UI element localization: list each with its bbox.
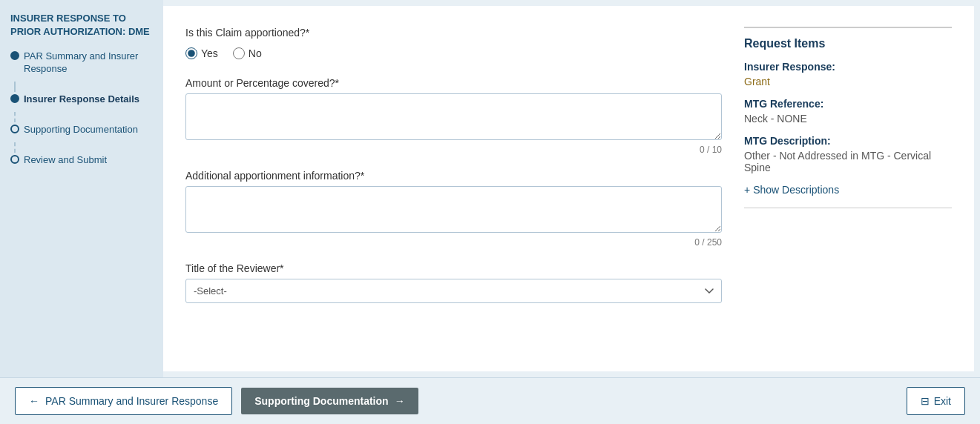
apportionment-yes-text: Yes xyxy=(201,47,218,59)
sidebar-label-insurer-response: Insurer Response Details xyxy=(24,93,139,106)
mtg-reference-label: MTG Reference: xyxy=(744,98,952,110)
apportionment-yes-label[interactable]: Yes xyxy=(185,47,218,59)
sidebar-item-review-submit[interactable]: Review and Submit xyxy=(10,154,153,167)
sidebar-connector-2 xyxy=(14,112,16,122)
next-button[interactable]: Supporting Documentation → xyxy=(241,388,418,414)
show-descriptions-plus: + xyxy=(744,184,750,196)
sidebar-label-supporting-docs: Supporting Documentation xyxy=(24,124,138,136)
form-section: Is this Claim apportioned?* Yes No Amoun… xyxy=(185,27,722,351)
exit-button[interactable]: ⊟ Exit xyxy=(907,387,965,415)
exit-button-label: Exit xyxy=(934,395,951,407)
apportionment-radio-group: Yes No xyxy=(185,47,722,59)
exit-icon: ⊟ xyxy=(921,395,930,407)
mtg-description-label: MTG Description: xyxy=(744,135,952,147)
insurer-response-value: Grant xyxy=(744,76,952,87)
next-button-label: Supporting Documentation xyxy=(254,395,388,407)
amount-label: Amount or Percentage covered?* xyxy=(185,77,722,89)
panel-title: Request Items xyxy=(744,37,952,50)
amount-textarea[interactable] xyxy=(185,93,722,140)
footer: ← PAR Summary and Insurer Response Suppo… xyxy=(0,377,980,424)
content-area: Is this Claim apportioned?* Yes No Amoun… xyxy=(163,6,974,371)
sidebar-dot-review-submit xyxy=(10,155,19,164)
right-panel: Request Items Insurer Response: Grant MT… xyxy=(744,27,952,351)
mtg-reference-value: Neck - NONE xyxy=(744,113,952,125)
sidebar-dot-insurer-response xyxy=(10,94,19,103)
apportionment-no-radio[interactable] xyxy=(233,47,245,59)
additional-label: Additional apportionment information?* xyxy=(185,170,722,182)
show-descriptions-btn[interactable]: + Show Descriptions xyxy=(744,184,952,196)
additional-textarea[interactable] xyxy=(185,186,722,233)
panel-divider xyxy=(744,208,952,208)
sidebar-item-insurer-response[interactable]: Insurer Response Details xyxy=(10,93,153,106)
amount-char-count: 0 / 10 xyxy=(185,145,722,155)
apportionment-group: Is this Claim apportioned?* Yes No xyxy=(185,27,722,59)
insurer-response-label: Insurer Response: xyxy=(744,61,952,73)
sidebar-label-review-submit: Review and Submit xyxy=(24,154,107,167)
next-arrow-icon: → xyxy=(395,395,405,407)
sidebar-label-par-summary: PAR Summary and Insurer Response xyxy=(24,50,153,76)
reviewer-group: Title of the Reviewer* -Select- xyxy=(185,262,722,303)
sidebar-item-par-summary[interactable]: PAR Summary and Insurer Response xyxy=(10,50,153,76)
sidebar-connector-3 xyxy=(14,142,16,153)
amount-group: Amount or Percentage covered?* 0 / 10 xyxy=(185,77,722,155)
reviewer-select[interactable]: -Select- xyxy=(185,279,722,303)
show-descriptions-label: Show Descriptions xyxy=(753,184,839,196)
sidebar-dot-supporting-docs xyxy=(10,125,19,133)
sidebar-title: INSURER RESPONSE TO PRIOR AUTHORIZATION:… xyxy=(10,12,153,39)
apportionment-no-text: No xyxy=(249,47,262,59)
sidebar-item-supporting-docs[interactable]: Supporting Documentation xyxy=(10,124,153,136)
additional-char-count: 0 / 250 xyxy=(185,237,722,248)
additional-group: Additional apportionment information?* 0… xyxy=(185,170,722,248)
back-arrow-icon: ← xyxy=(29,395,39,407)
sidebar: INSURER RESPONSE TO PRIOR AUTHORIZATION:… xyxy=(0,0,163,377)
apportionment-no-label[interactable]: No xyxy=(233,47,262,59)
reviewer-label: Title of the Reviewer* xyxy=(185,262,722,274)
sidebar-dot-par-summary xyxy=(10,51,19,60)
mtg-description-value: Other - Not Addressed in MTG - Cervical … xyxy=(744,150,952,173)
apportionment-question: Is this Claim apportioned?* xyxy=(185,27,722,39)
apportionment-yes-radio[interactable] xyxy=(185,47,197,59)
back-button[interactable]: ← PAR Summary and Insurer Response xyxy=(15,387,232,415)
sidebar-connector-1 xyxy=(14,82,16,92)
back-button-label: PAR Summary and Insurer Response xyxy=(45,395,218,407)
